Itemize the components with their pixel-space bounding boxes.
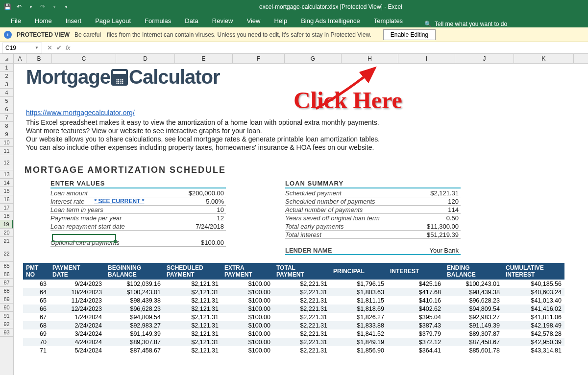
dropdown-icon[interactable]: ▼ — [35, 46, 39, 50]
row-header-7[interactable]: 7 — [0, 114, 13, 122]
see-current-link[interactable]: * SEE CURRENT * — [94, 198, 144, 205]
ribbon-tab-page-layout[interactable]: Page Layout — [88, 14, 138, 27]
name-box[interactable]: C19 ▼ — [2, 43, 42, 53]
select-all-corner[interactable]: ◢ — [0, 54, 14, 63]
summary-label: Actual number of payments — [285, 206, 363, 213]
row-header-20[interactable]: 20 — [0, 229, 13, 237]
row-header-90[interactable]: 90 — [0, 304, 13, 312]
ribbon-tab-help[interactable]: Help — [267, 14, 294, 27]
column-header-E[interactable]: E — [175, 54, 233, 63]
cell-date: 12/24/2023 — [49, 305, 105, 312]
worksheet-area: 1234567891011121314151617181920212285868… — [0, 64, 588, 375]
input-label: Loan amount — [50, 189, 88, 197]
ribbon-tab-view[interactable]: View — [240, 14, 267, 27]
row-header-15[interactable]: 15 — [0, 187, 13, 195]
row-header-9[interactable]: 9 — [0, 130, 13, 139]
column-header-B[interactable]: B — [26, 54, 52, 63]
row-header-13[interactable]: 13 — [0, 170, 13, 179]
row-header-1[interactable]: 1 — [0, 64, 13, 72]
row-header-88[interactable]: 88 — [0, 287, 13, 295]
row-header-91[interactable]: 91 — [0, 312, 13, 320]
formula-input[interactable] — [74, 42, 588, 53]
cell-principal: $1,811.15 — [330, 297, 387, 304]
row-header-18[interactable]: 18 — [0, 212, 13, 220]
cancel-icon[interactable]: ✕ — [47, 44, 52, 51]
enter-value-row: Payments made per year12 — [50, 214, 226, 222]
row-header-89[interactable]: 89 — [0, 295, 13, 304]
column-header-row: ◢ ABCDEFGHIJK — [0, 54, 588, 64]
cell-total-payment: $2,221.31 — [273, 330, 330, 337]
redo-dropdown-icon[interactable]: ▾ — [50, 2, 59, 11]
row-header-22[interactable]: 22 — [0, 245, 13, 262]
row-headers: 1234567891011121314151617181920212285868… — [0, 64, 14, 375]
row-header-92[interactable]: 92 — [0, 320, 13, 328]
redo-icon[interactable]: ↷ — [38, 2, 47, 11]
row-header-17[interactable]: 17 — [0, 204, 13, 212]
ribbon-tab-home[interactable]: Home — [28, 14, 59, 27]
column-header-I[interactable]: I — [398, 54, 455, 63]
row-header-14[interactable]: 14 — [0, 179, 13, 187]
protected-view-title: PROTECTED VIEW — [17, 31, 70, 38]
column-header-H[interactable]: H — [342, 54, 398, 63]
cell-principal: $1,818.69 — [330, 305, 387, 312]
column-header-K[interactable]: K — [514, 54, 574, 63]
row-header-12[interactable]: 12 — [0, 155, 13, 170]
row-header-11[interactable]: 11 — [0, 147, 13, 155]
row-header-8[interactable]: 8 — [0, 122, 13, 130]
row-header-2[interactable]: 2 — [0, 72, 13, 80]
cell-cumulative-interest: $43,314.81 — [503, 347, 564, 354]
cell-scheduled-payment: $2,121.31 — [164, 322, 221, 329]
row-header-87[interactable]: 87 — [0, 279, 13, 287]
cell-scheduled-payment: $2,121.31 — [164, 314, 221, 321]
ribbon-tab-review[interactable]: Review — [205, 14, 240, 27]
ribbon-tab-bing-ads-intelligence[interactable]: Bing Ads Intelligence — [294, 14, 367, 27]
column-header-D[interactable]: D — [116, 54, 175, 63]
desc-line: This Excel spreadsheet makes it easy to … — [26, 118, 380, 127]
row-header-10[interactable]: 10 — [0, 139, 13, 147]
cell-pmtno: 67 — [23, 314, 49, 321]
hdr-pmtno: PMT — [26, 264, 47, 271]
undo-icon[interactable]: ↶ — [15, 2, 24, 11]
column-header-F[interactable]: F — [233, 54, 285, 63]
undo-dropdown-icon[interactable]: ▾ — [26, 2, 35, 11]
row-header-16[interactable]: 16 — [0, 195, 13, 204]
row-header-3[interactable]: 3 — [0, 80, 13, 89]
ribbon-tab-formulas[interactable]: Formulas — [138, 14, 178, 27]
qat-customize-icon[interactable]: ▾ — [62, 2, 71, 11]
column-header-C[interactable]: C — [52, 54, 116, 63]
cell-total-payment: $2,221.31 — [273, 305, 330, 312]
cell-interest: $387.43 — [387, 322, 444, 329]
enable-editing-button[interactable]: Enable Editing — [383, 29, 436, 40]
ribbon-tab-file[interactable]: File — [4, 14, 28, 27]
cell-total-payment: $2,221.31 — [273, 281, 330, 287]
website-link[interactable]: https://www.mortgagecalculator.org/ — [26, 109, 135, 117]
ribbon-tab-templates[interactable]: Templates — [367, 14, 410, 27]
cell-extra-payment: $100.00 — [221, 289, 273, 296]
cell-pmtno: 71 — [23, 347, 49, 354]
ribbon-tab-data[interactable]: Data — [178, 14, 205, 27]
name-box-value: C19 — [5, 45, 16, 51]
fx-icon[interactable]: fx — [66, 45, 70, 51]
save-icon[interactable]: 💾 — [3, 2, 12, 11]
row-header-4[interactable]: 4 — [0, 89, 13, 97]
row-header-21[interactable]: 21 — [0, 237, 13, 245]
column-header-J[interactable]: J — [455, 54, 514, 63]
cells-area[interactable]: MortgageCalculator https://www.mortgagec… — [14, 64, 588, 375]
column-header-A[interactable]: A — [14, 54, 26, 63]
ribbon-tab-insert[interactable]: Insert — [59, 14, 89, 27]
enter-icon[interactable]: ✔ — [56, 44, 62, 51]
row-header-85[interactable]: 85 — [0, 262, 13, 270]
column-header-G[interactable]: G — [285, 54, 342, 63]
cell-date: 3/24/2024 — [49, 330, 105, 337]
row-header-6[interactable]: 6 — [0, 105, 13, 114]
row-header-19[interactable]: 19 — [0, 220, 13, 229]
row-header-93[interactable]: 93 — [0, 328, 13, 337]
row-header-86[interactable]: 86 — [0, 270, 13, 279]
row-header-5[interactable]: 5 — [0, 97, 13, 105]
table-row: 693/24/2024$91,149.39$2,121.31$100.00$2,… — [23, 329, 564, 338]
cell-date: 2/24/2024 — [49, 322, 105, 329]
input-label: Interest rate — [50, 198, 84, 205]
cell-principal: $1,803.63 — [330, 289, 387, 296]
tell-me-search[interactable]: 🔍 Tell me what you want to do — [424, 21, 507, 27]
cell-extra-payment: $100.00 — [221, 305, 273, 312]
